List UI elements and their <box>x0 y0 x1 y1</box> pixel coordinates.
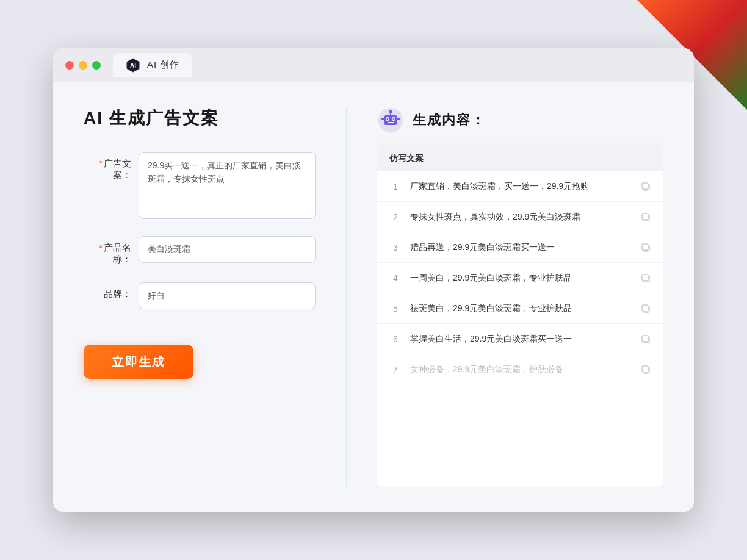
svg-rect-12 <box>397 118 400 120</box>
copy-icon <box>640 334 651 345</box>
generate-button[interactable]: 立即生成 <box>84 345 193 379</box>
table-header: 仿写文案 <box>377 146 663 171</box>
svg-rect-22 <box>642 305 648 311</box>
result-header: 生成内容： <box>377 107 663 134</box>
robot-icon <box>377 107 404 134</box>
svg-rect-3 <box>384 115 397 125</box>
page-title: AI 生成广告文案 <box>84 107 316 130</box>
table-row: 4一周美白，29.9元美白淡斑霜，专业护肤品 <box>377 263 663 293</box>
svg-rect-8 <box>388 122 394 123</box>
ai-tab-icon: AI <box>125 57 141 73</box>
copy-button[interactable] <box>640 303 651 314</box>
left-panel: AI 生成广告文案 *广告文案： 29.9买一送一，真正的厂家直销，美白淡斑霜，… <box>84 107 316 487</box>
tab-title-text: AI 创作 <box>147 59 179 71</box>
table-row: 5祛斑美白，29.9元美白淡斑霜，专业护肤品 <box>377 293 663 324</box>
results-list: 1厂家直销，美白淡斑霜，买一送一，29.9元抢购 2专抹女性斑点，真实功效，29… <box>377 171 663 384</box>
brand-label: 品牌： <box>84 282 139 300</box>
copy-button[interactable] <box>640 242 651 253</box>
result-table: 仿写文案 1厂家直销，美白淡斑霜，买一送一，29.9元抢购 2专抹女性斑点，真实… <box>377 146 663 487</box>
product-name-group: *产品名称： <box>84 236 316 265</box>
browser-tab[interactable]: AI AI 创作 <box>113 53 192 77</box>
panel-divider <box>346 107 347 487</box>
copy-icon <box>640 273 651 284</box>
table-row: 7女神必备，29.9元美白淡斑霜，护肤必备 <box>377 354 663 384</box>
table-row: 2专抹女性斑点，真实功效，29.9元美白淡斑霜 <box>377 202 663 232</box>
row-text: 一周美白，29.9元美白淡斑霜，专业护肤品 <box>410 271 632 284</box>
svg-rect-11 <box>381 118 384 120</box>
traffic-lights <box>65 61 101 70</box>
copy-button[interactable] <box>640 212 651 223</box>
row-number: 1 <box>389 182 402 192</box>
product-name-input[interactable] <box>139 236 316 263</box>
row-text: 掌握美白生活，29.9元美白淡斑霜买一送一 <box>410 332 632 345</box>
minimize-button[interactable] <box>79 61 87 70</box>
svg-rect-24 <box>642 336 648 342</box>
row-text: 女神必备，29.9元美白淡斑霜，护肤必备 <box>410 363 632 376</box>
row-number: 6 <box>389 334 402 344</box>
main-content: AI 生成广告文案 *广告文案： 29.9买一送一，真正的厂家直销，美白淡斑霜，… <box>53 82 694 512</box>
table-row: 1厂家直销，美白淡斑霜，买一送一，29.9元抢购 <box>377 171 663 202</box>
table-row: 6掌握美白生活，29.9元美白淡斑霜买一送一 <box>377 324 663 354</box>
row-number: 3 <box>389 243 402 253</box>
row-number: 5 <box>389 304 402 314</box>
copy-button[interactable] <box>640 273 651 284</box>
ad-copy-label: *广告文案： <box>84 152 139 181</box>
row-text: 厂家直销，美白淡斑霜，买一送一，29.9元抢购 <box>410 180 632 193</box>
svg-rect-26 <box>642 366 648 372</box>
brand-input[interactable] <box>139 282 316 309</box>
result-title: 生成内容： <box>413 111 486 129</box>
copy-icon <box>640 181 651 192</box>
row-text: 专抹女性斑点，真实功效，29.9元美白淡斑霜 <box>410 210 632 223</box>
copy-icon <box>640 212 651 223</box>
browser-window: AI AI 创作 AI 生成广告文案 *广告文案： 29.9买一送一，真正的厂家… <box>53 48 694 512</box>
row-number: 7 <box>389 365 402 375</box>
copy-button[interactable] <box>640 364 651 375</box>
close-button[interactable] <box>65 61 74 70</box>
svg-point-10 <box>389 110 392 113</box>
table-row: 3赠品再送，29.9元美白淡斑霜买一送一 <box>377 232 663 263</box>
copy-icon <box>640 303 651 314</box>
svg-text:AI: AI <box>130 62 136 69</box>
fullscreen-button[interactable] <box>92 61 101 70</box>
row-text: 祛斑美白，29.9元美白淡斑霜，专业护肤品 <box>410 302 632 315</box>
copy-button[interactable] <box>640 334 651 345</box>
svg-rect-16 <box>642 214 648 220</box>
title-bar: AI AI 创作 <box>53 48 694 82</box>
copy-button[interactable] <box>640 181 651 192</box>
svg-rect-20 <box>642 275 648 281</box>
svg-point-7 <box>393 118 395 120</box>
svg-rect-14 <box>642 183 648 189</box>
ad-copy-group: *广告文案： 29.9买一送一，真正的厂家直销，美白淡斑霜，专抹女性斑点 <box>84 152 316 219</box>
required-star: * <box>99 158 103 168</box>
required-star-2: * <box>99 242 103 253</box>
brand-group: 品牌： <box>84 282 316 309</box>
svg-rect-18 <box>642 244 648 250</box>
row-text: 赠品再送，29.9元美白淡斑霜买一送一 <box>410 241 632 254</box>
product-name-label: *产品名称： <box>84 236 139 265</box>
svg-point-6 <box>387 118 389 120</box>
right-panel: 生成内容： 仿写文案 1厂家直销，美白淡斑霜，买一送一，29.9元抢购 2专抹女… <box>377 107 663 487</box>
copy-icon <box>640 364 651 375</box>
row-number: 4 <box>389 273 402 283</box>
ad-copy-input[interactable]: 29.9买一送一，真正的厂家直销，美白淡斑霜，专抹女性斑点 <box>139 152 316 219</box>
row-number: 2 <box>389 212 402 222</box>
copy-icon <box>640 242 651 253</box>
